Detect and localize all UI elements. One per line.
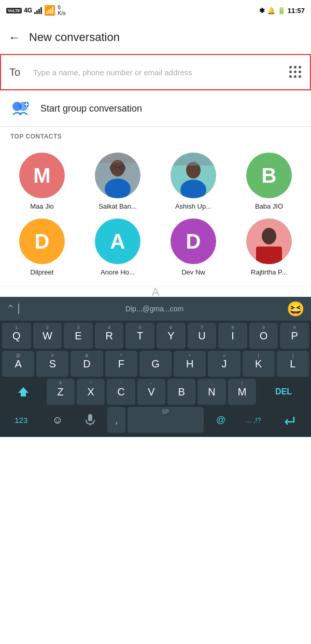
key-a[interactable]: @A	[2, 351, 34, 377]
key-y[interactable]: 6Y	[157, 323, 186, 349]
volte-badge: VoLTE	[6, 8, 22, 13]
key-c[interactable]: 'C	[107, 379, 135, 405]
key-p[interactable]: 0P	[280, 323, 309, 349]
top-contacts-header: TOP CONTACTS	[0, 127, 311, 144]
key-l[interactable]: )L	[277, 351, 309, 377]
suggestion-text[interactable]: Dip...@gma...com	[22, 305, 287, 313]
page-title: New conversation	[29, 31, 120, 44]
recipient-input[interactable]: Type a name, phone number or email addre…	[33, 67, 283, 78]
contact-baba-jio[interactable]: B Baba JIO	[231, 148, 307, 214]
suggestion-bar: ⌃ Dip...@gma...com 😆	[0, 297, 311, 321]
avatar-dev: D	[171, 218, 216, 264]
space-key[interactable]: SP	[128, 407, 204, 433]
to-label: To	[9, 66, 26, 78]
key-z[interactable]: ₹Z	[47, 379, 75, 405]
status-left: VoLTE 4G 📶 0K/s	[6, 5, 66, 16]
back-button[interactable]: ←	[8, 30, 21, 45]
contact-name-ashish: Ashish Up...	[175, 202, 211, 210]
num-key[interactable]: 123	[2, 407, 40, 433]
shift-key[interactable]	[2, 379, 45, 405]
contact-ashish[interactable]: Ashish Up...	[156, 148, 231, 214]
avatar-rajtirtha	[246, 218, 292, 264]
key-t[interactable]: 5T	[125, 323, 154, 349]
emoji-suggestion[interactable]: 😆	[287, 300, 305, 318]
key-e[interactable]: 3E	[64, 323, 93, 349]
delete-key[interactable]: DEL	[258, 379, 309, 405]
keyboard-row-1: 1Q 2W 3E 4R 5T 6Y 7U 8I 9O 0P	[2, 323, 309, 349]
keyboard-row-3: ₹Z "X 'C -V :B ;N /M DEL	[2, 379, 309, 405]
emoji-key[interactable]: ☺	[43, 407, 73, 433]
key-q[interactable]: 1Q	[2, 323, 31, 349]
scroll-hint: A	[0, 286, 311, 297]
at-key[interactable]: @	[206, 407, 236, 433]
contact-dilpreet[interactable]: D Dilpreet	[4, 214, 80, 280]
avatar-ashish	[171, 153, 216, 198]
contact-rajtirtha[interactable]: Rajtirtha P...	[231, 214, 307, 280]
key-v[interactable]: -V	[137, 379, 165, 405]
keyboard-rows: 1Q 2W 3E 4R 5T 6Y 7U 8I 9O 0P @A #S &D *…	[0, 321, 311, 437]
key-x[interactable]: "X	[77, 379, 105, 405]
alarm-icon: 🔔	[267, 7, 275, 15]
contacts-grid: M Maa Jio Saikat Ban...	[0, 144, 311, 286]
contact-name-dilpreet: Dilpreet	[31, 268, 54, 276]
to-field-container[interactable]: To Type a name, phone number or email ad…	[0, 54, 311, 90]
svg-rect-21	[88, 414, 92, 421]
contact-name-anore: Anore Ho...	[101, 268, 135, 276]
contact-name-rajtirtha: Rajtirtha P...	[251, 268, 287, 276]
cursor-indicator	[18, 304, 19, 314]
app-bar: ← New conversation	[0, 21, 311, 54]
key-s[interactable]: #S	[36, 351, 68, 377]
svg-point-17	[262, 228, 276, 244]
mic-key[interactable]	[75, 407, 105, 433]
key-n[interactable]: ;N	[197, 379, 225, 405]
avatar-dilpreet: D	[19, 218, 65, 264]
status-bar: VoLTE 4G 📶 0K/s ✱ 🔔 🔋 11:57	[0, 0, 311, 21]
enter-key[interactable]	[271, 407, 309, 433]
key-i[interactable]: 8I	[218, 323, 247, 349]
group-label: Start group conversation	[40, 103, 142, 114]
avatar-baba-jio: B	[246, 153, 292, 198]
contacts-grid-button[interactable]	[289, 66, 302, 78]
battery-icon: 🔋	[277, 7, 286, 15]
contact-anore[interactable]: A Anore Ho...	[80, 214, 156, 280]
key-f[interactable]: *F	[105, 351, 137, 377]
key-o[interactable]: 9O	[249, 323, 278, 349]
comma-key[interactable]: ,	[107, 407, 125, 433]
group-icon	[10, 99, 31, 118]
contact-maa-jio[interactable]: M Maa Jio	[4, 148, 80, 214]
key-g[interactable]: -G	[139, 351, 172, 377]
data-counter: 0K/s	[58, 5, 66, 16]
contact-dev[interactable]: D Dev Nw	[156, 214, 231, 280]
contact-name-maa-jio: Maa Jio	[30, 202, 54, 210]
key-u[interactable]: 7U	[188, 323, 217, 349]
contact-name-saikat: Saikat Ban...	[98, 202, 137, 210]
key-d[interactable]: &D	[70, 351, 103, 377]
keyboard: ⌃ Dip...@gma...com 😆 1Q 2W 3E 4R 5T 6Y 7…	[0, 297, 311, 437]
time: 11:57	[288, 7, 305, 15]
key-h[interactable]: +H	[174, 351, 206, 377]
key-r[interactable]: 4R	[95, 323, 124, 349]
network-type: 4G	[24, 7, 32, 14]
avatar-saikat	[95, 153, 140, 198]
keyboard-row-2: @A #S &D *F -G +H =J (K )L	[2, 351, 309, 377]
keyboard-chevron-up[interactable]: ⌃	[6, 303, 15, 315]
svg-marker-20	[18, 387, 29, 396]
key-k[interactable]: (K	[243, 351, 275, 377]
key-j[interactable]: =J	[208, 351, 240, 377]
avatar-maa-jio: M	[19, 153, 65, 198]
contact-name-dev: Dev Nw	[181, 268, 205, 276]
contact-name-baba-jio: Baba JIO	[255, 202, 283, 210]
status-right: ✱ 🔔 🔋 11:57	[259, 7, 305, 15]
contact-saikat[interactable]: Saikat Ban...	[80, 148, 156, 214]
svg-rect-15	[171, 153, 216, 166]
keyboard-row-4: 123 ☺ , SP @ ... ,!?	[2, 407, 309, 433]
key-m[interactable]: /M	[228, 379, 256, 405]
key-w[interactable]: 2W	[33, 323, 62, 349]
signal-bars	[34, 7, 42, 14]
key-b[interactable]: :B	[167, 379, 195, 405]
wifi-icon: 📶	[44, 5, 55, 16]
bluetooth-icon: ✱	[259, 7, 265, 15]
svg-rect-11	[95, 153, 140, 163]
start-group-conversation[interactable]: Start group conversation	[0, 91, 311, 126]
punctuation-key[interactable]: ... ,!?	[238, 407, 269, 433]
